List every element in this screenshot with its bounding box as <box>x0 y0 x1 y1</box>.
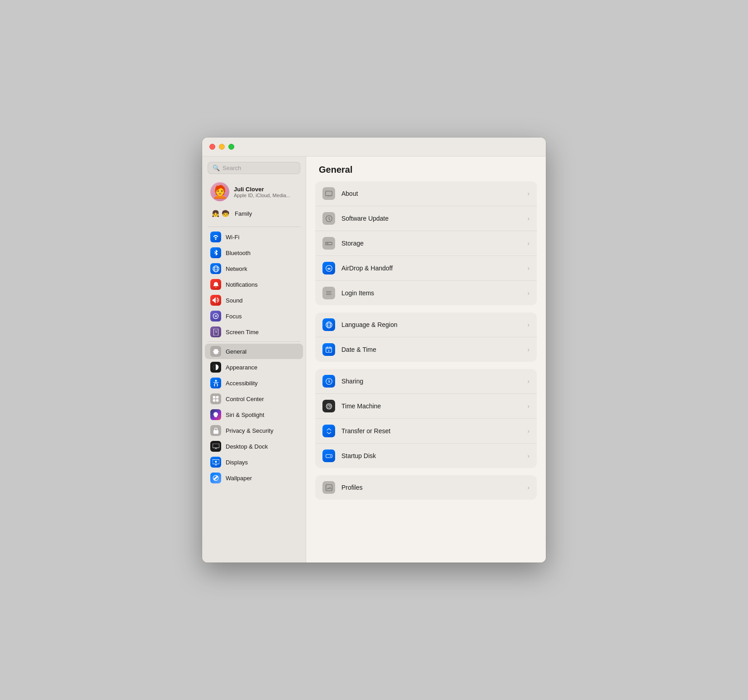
search-bar[interactable]: 🔍 <box>208 162 300 174</box>
user-name: Juli Clover <box>234 186 290 193</box>
sidebar-items-container: Wi-FiBluetoothNetworkNotificationsSoundF… <box>202 229 306 486</box>
sidebar-item-label-desktop: Desktop & Dock <box>226 443 268 450</box>
svg-rect-10 <box>213 396 216 399</box>
settings-group-group4: Profiles› <box>315 475 537 500</box>
svg-point-1 <box>214 265 218 272</box>
sidebar-item-focus[interactable]: Focus <box>205 308 303 324</box>
settings-label-sharing: Sharing <box>341 378 521 385</box>
settings-label-datetime: Date & Time <box>341 346 521 353</box>
sidebar-item-notifications[interactable]: Notifications <box>205 277 303 292</box>
settings-row-sharing[interactable]: Sharing› <box>315 369 537 394</box>
settings-row-about[interactable]: About› <box>315 181 537 206</box>
general-icon <box>210 346 221 357</box>
close-button[interactable] <box>209 144 215 150</box>
displays-icon <box>210 457 221 468</box>
settings-icon-sharing <box>322 375 335 388</box>
settings-label-profiles: Profiles <box>341 484 521 491</box>
sidebar-divider-1 <box>208 227 300 227</box>
settings-label-softwareupdate: Software Update <box>341 215 521 222</box>
main-content: General About›Software Update›Storage›Ai… <box>306 156 546 563</box>
user-info: Juli Clover Apple ID, iCloud, Media... <box>234 186 290 198</box>
wallpaper-icon <box>210 473 221 483</box>
chevron-icon: › <box>527 484 530 491</box>
svg-rect-48 <box>326 484 332 491</box>
siri-icon <box>210 409 221 420</box>
svg-rect-22 <box>326 191 332 195</box>
sidebar-item-privacy[interactable]: Privacy & Security <box>205 423 303 438</box>
sidebar-item-label-accessibility: Accessibility <box>226 380 258 387</box>
sidebar-item-label-focus: Focus <box>226 313 241 320</box>
settings-label-storage: Storage <box>341 240 521 247</box>
window-content: 🔍 🧑‍🦰 Juli Clover Apple ID, iCloud, Medi… <box>202 156 546 563</box>
family-row[interactable]: 👧 🧒 Family <box>205 206 303 221</box>
sidebar-item-label-general: General <box>226 348 246 355</box>
search-input[interactable] <box>223 165 295 171</box>
sidebar-item-network[interactable]: Network <box>205 261 303 276</box>
settings-row-airdrop[interactable]: AirDrop & Handoff› <box>315 256 537 281</box>
settings-group-group1: About›Software Update›Storage›AirDrop & … <box>315 181 537 305</box>
svg-rect-12 <box>213 399 216 402</box>
sidebar-item-displays[interactable]: Displays <box>205 454 303 470</box>
sidebar-item-label-wallpaper: Wallpaper <box>226 475 252 482</box>
sidebar-item-wifi[interactable]: Wi-Fi <box>205 229 303 245</box>
privacy-icon <box>210 425 221 436</box>
svg-rect-14 <box>213 430 218 434</box>
maximize-button[interactable] <box>228 144 234 150</box>
sidebar-item-label-controlcenter: Control Center <box>226 396 264 402</box>
sidebar-item-desktop[interactable]: Desktop & Dock <box>205 439 303 454</box>
svg-rect-15 <box>213 444 219 448</box>
sidebar-item-wallpaper[interactable]: Wallpaper <box>205 470 303 486</box>
focus-icon <box>210 311 221 322</box>
chevron-icon: › <box>527 452 530 459</box>
settings-label-airdrop: AirDrop & Handoff <box>341 265 521 272</box>
sidebar-item-label-notifications: Notifications <box>226 281 258 288</box>
sidebar-item-controlcenter[interactable]: Control Center <box>205 391 303 407</box>
chevron-icon: › <box>527 402 530 410</box>
bluetooth-icon <box>210 247 221 258</box>
svg-point-28 <box>328 269 329 270</box>
sidebar-item-screentime[interactable]: Screen Time <box>205 324 303 340</box>
settings-icon-startupdisk <box>322 449 335 462</box>
settings-row-softwareupdate[interactable]: Software Update› <box>315 206 537 231</box>
sidebar-item-siri[interactable]: Siri & Spotlight <box>205 407 303 422</box>
user-profile[interactable]: 🧑‍🦰 Juli Clover Apple ID, iCloud, Media.… <box>205 180 303 204</box>
family-avatar-2: 🧒 <box>220 208 230 218</box>
chevron-icon: › <box>527 215 530 222</box>
sidebar-item-general[interactable]: General <box>205 344 303 359</box>
sidebar-item-bluetooth[interactable]: Bluetooth <box>205 245 303 260</box>
settings-row-transfer[interactable]: Transfer or Reset› <box>315 419 537 444</box>
network-icon <box>210 263 221 274</box>
settings-icon-about <box>322 187 335 200</box>
chevron-icon: › <box>527 427 530 435</box>
wifi-icon <box>210 232 221 242</box>
minimize-button[interactable] <box>219 144 225 150</box>
svg-point-0 <box>213 265 219 272</box>
chevron-icon: › <box>527 321 530 328</box>
sidebar-item-sound[interactable]: Sound <box>205 293 303 308</box>
svg-point-21 <box>215 461 217 463</box>
avatar: 🧑‍🦰 <box>210 182 229 201</box>
settings-row-datetime[interactable]: ▶Date & Time› <box>315 337 537 362</box>
settings-group-group3: Sharing›Time Machine›Transfer or Reset›S… <box>315 369 537 468</box>
settings-label-startupdisk: Startup Disk <box>341 452 521 459</box>
sidebar-item-accessibility[interactable]: Accessibility <box>205 375 303 391</box>
sidebar-item-label-sound: Sound <box>226 297 243 304</box>
settings-row-language[interactable]: Language & Region› <box>315 312 537 337</box>
settings-row-profiles[interactable]: Profiles› <box>315 475 537 500</box>
settings-label-loginitems: Login Items <box>341 289 521 297</box>
user-subtitle: Apple ID, iCloud, Media... <box>234 193 290 198</box>
settings-icon-datetime: ▶ <box>322 343 335 356</box>
settings-label-language: Language & Region <box>341 321 521 328</box>
settings-row-timemachine[interactable]: Time Machine› <box>315 394 537 419</box>
settings-icon-language <box>322 318 335 331</box>
settings-icon-timemachine <box>322 400 335 412</box>
settings-label-transfer: Transfer or Reset <box>341 427 521 435</box>
svg-rect-13 <box>216 399 219 402</box>
settings-row-loginitems[interactable]: Login Items› <box>315 281 537 305</box>
sidebar-item-appearance[interactable]: Appearance <box>205 359 303 375</box>
settings-row-startupdisk[interactable]: Startup Disk› <box>315 444 537 468</box>
chevron-icon: › <box>527 289 530 297</box>
sidebar-item-label-privacy: Privacy & Security <box>226 427 273 434</box>
settings-row-storage[interactable]: Storage› <box>315 231 537 256</box>
settings-list: About›Software Update›Storage›AirDrop & … <box>306 181 546 516</box>
